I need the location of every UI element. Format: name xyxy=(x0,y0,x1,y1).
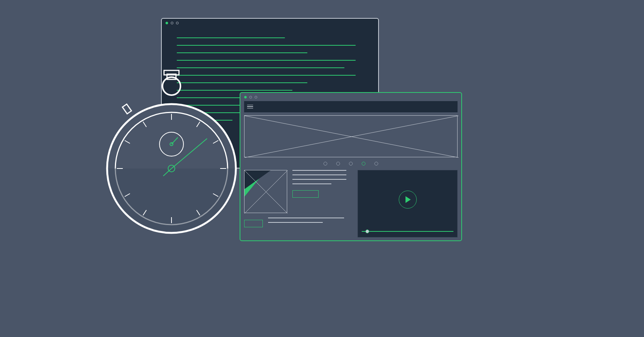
hamburger-menu-icon xyxy=(247,105,253,109)
text-line xyxy=(268,222,323,223)
code-line xyxy=(177,45,356,46)
video-progress-bar xyxy=(362,231,453,232)
browser-wireframe-window xyxy=(240,92,462,241)
text-line xyxy=(268,218,344,218)
carousel-dot xyxy=(349,162,353,166)
text-line xyxy=(292,174,346,175)
hero-image-placeholder xyxy=(244,115,458,157)
carousel-dot xyxy=(374,162,378,166)
traffic-light-close-icon xyxy=(165,22,168,24)
content-columns xyxy=(244,170,458,237)
text-line xyxy=(292,170,346,171)
progress-knob-icon xyxy=(365,230,369,233)
text-line xyxy=(292,183,331,184)
traffic-light-minimize-icon xyxy=(249,96,252,98)
image-thumbnail-placeholder xyxy=(244,170,287,213)
play-button-icon xyxy=(399,191,417,209)
code-window-titlebar xyxy=(162,19,378,27)
wireframe-button xyxy=(244,220,263,227)
carousel-dot xyxy=(323,162,327,166)
browser-toolbar xyxy=(244,101,458,112)
carousel-dot xyxy=(336,162,340,166)
carousel-dot-active xyxy=(362,162,365,166)
svg-rect-7 xyxy=(122,104,131,114)
left-column xyxy=(244,170,352,237)
play-icon xyxy=(405,196,411,203)
code-line xyxy=(177,60,356,61)
carousel-indicators xyxy=(240,162,461,166)
traffic-light-zoom-icon xyxy=(255,96,257,98)
traffic-light-zoom-icon xyxy=(176,22,179,24)
traffic-light-close-icon xyxy=(244,96,247,98)
video-player-placeholder xyxy=(358,170,458,237)
code-line xyxy=(177,52,307,53)
wireframe-button xyxy=(292,190,319,198)
text-block xyxy=(292,170,352,213)
code-line xyxy=(177,37,285,38)
browser-window-titlebar xyxy=(240,93,461,101)
illustration-stage xyxy=(0,0,644,337)
stopwatch-icon xyxy=(104,64,239,243)
traffic-light-minimize-icon xyxy=(171,22,173,24)
text-line xyxy=(292,179,346,180)
